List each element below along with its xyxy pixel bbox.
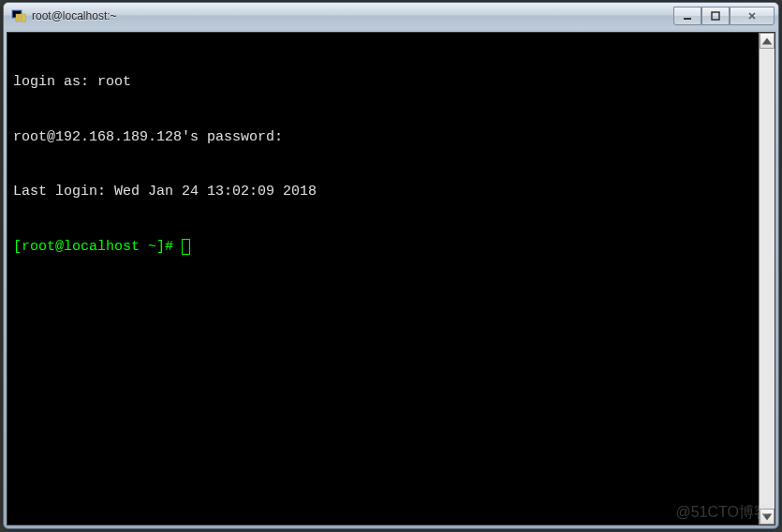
maximize-button[interactable]: [701, 7, 730, 25]
scroll-up-button[interactable]: [760, 33, 775, 49]
terminal-window: root@localhost:~ login as: root root@192…: [3, 2, 779, 529]
window-controls: [673, 7, 775, 25]
svg-rect-6: [684, 18, 691, 20]
terminal-line: root@192.168.189.128's password:: [13, 128, 753, 147]
window-title: root@localhost:~: [32, 9, 673, 22]
minimize-button[interactable]: [673, 7, 701, 25]
close-button[interactable]: [730, 7, 775, 25]
terminal-line: login as: root: [13, 73, 753, 92]
terminal-area: login as: root root@192.168.189.128's pa…: [7, 32, 775, 525]
scrollbar[interactable]: [759, 33, 775, 525]
terminal-line: Last login: Wed Jan 24 13:02:09 2018: [13, 183, 753, 201]
putty-icon: [11, 8, 26, 23]
terminal-prompt: [root@localhost ~]#: [13, 238, 753, 257]
scrollbar-track[interactable]: [760, 49, 775, 509]
titlebar[interactable]: root@localhost:~: [4, 3, 778, 29]
terminal-output[interactable]: login as: root root@192.168.189.128's pa…: [7, 33, 759, 525]
cursor-icon: [182, 239, 190, 255]
svg-rect-7: [712, 12, 719, 20]
scroll-down-button[interactable]: [760, 509, 775, 525]
